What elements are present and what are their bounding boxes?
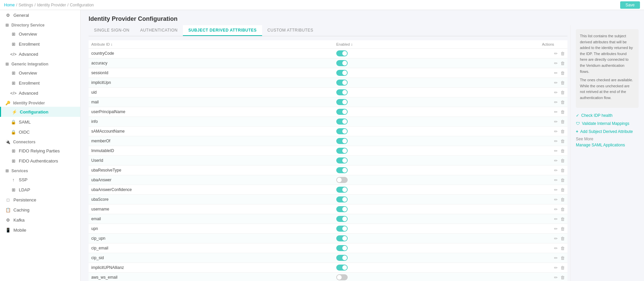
toggle-switch[interactable] xyxy=(336,216,348,222)
sidebar-item-caching[interactable]: 📋 Caching xyxy=(0,205,80,215)
delete-icon[interactable]: 🗑 xyxy=(560,61,565,66)
toggle-switch[interactable] xyxy=(336,265,348,271)
edit-icon[interactable]: ✏ xyxy=(554,51,558,56)
edit-icon[interactable]: ✏ xyxy=(554,265,558,270)
sidebar-item-fido-auth[interactable]: ⊞ FIDO Authenticators xyxy=(0,156,80,166)
add-subject-derived-attribute-link[interactable]: + Add Subject Derived Attribute xyxy=(576,129,639,134)
delete-icon[interactable]: 🗑 xyxy=(560,100,565,105)
toggle-switch[interactable] xyxy=(336,138,348,144)
toggle-switch[interactable] xyxy=(336,119,348,125)
sidebar-item-persistence[interactable]: □ Persistence xyxy=(0,195,80,205)
edit-icon[interactable]: ✏ xyxy=(554,246,558,251)
edit-icon[interactable]: ✏ xyxy=(554,197,558,202)
toggle-switch[interactable] xyxy=(336,50,348,56)
delete-icon[interactable]: 🗑 xyxy=(560,158,565,163)
toggle-switch[interactable] xyxy=(336,70,348,76)
sidebar-item-kafka[interactable]: ⚙ Kafka xyxy=(0,215,80,225)
edit-icon[interactable]: ✏ xyxy=(554,236,558,241)
sidebar-item-ds-advanced[interactable]: </> Advanced xyxy=(0,49,80,59)
delete-icon[interactable]: 🗑 xyxy=(560,168,565,173)
toggle-switch[interactable] xyxy=(336,167,348,173)
delete-icon[interactable]: 🗑 xyxy=(560,129,565,134)
toggle-switch[interactable] xyxy=(336,128,348,134)
sidebar-item-ds-overview[interactable]: ⊞ Overview xyxy=(0,29,80,39)
toggle-switch[interactable] xyxy=(336,235,348,241)
sidebar-item-gi-advanced[interactable]: </> Advanced xyxy=(0,88,80,98)
edit-icon[interactable]: ✏ xyxy=(554,119,558,124)
toggle-switch[interactable] xyxy=(336,255,348,261)
delete-icon[interactable]: 🗑 xyxy=(560,139,565,144)
delete-icon[interactable]: 🗑 xyxy=(560,197,565,202)
toggle-switch[interactable] xyxy=(336,148,348,154)
validate-internal-mappings-link[interactable]: 🛡 Validate Internal Mappings xyxy=(576,121,639,126)
delete-icon[interactable]: 🗑 xyxy=(560,51,565,56)
toggle-switch[interactable] xyxy=(336,274,348,280)
edit-icon[interactable]: ✏ xyxy=(554,217,558,222)
sidebar-item-idp-configuration[interactable]: ⚡ Configuration xyxy=(0,107,80,117)
delete-icon[interactable]: 🗑 xyxy=(560,207,565,212)
delete-icon[interactable]: 🗑 xyxy=(560,178,565,183)
tab-authentication[interactable]: AUTHENTICATION xyxy=(135,25,183,36)
delete-icon[interactable]: 🗑 xyxy=(560,119,565,124)
delete-icon[interactable]: 🗑 xyxy=(560,246,565,251)
toggle-switch[interactable] xyxy=(336,206,348,212)
breadcrumb-home[interactable]: Home xyxy=(4,3,15,7)
delete-icon[interactable]: 🗑 xyxy=(560,255,565,261)
edit-icon[interactable]: ✏ xyxy=(554,226,558,231)
toggle-switch[interactable] xyxy=(336,177,348,183)
toggle-switch[interactable] xyxy=(336,157,348,163)
delete-icon[interactable]: 🗑 xyxy=(560,217,565,222)
edit-icon[interactable]: ✏ xyxy=(554,168,558,173)
sidebar-item-ssp[interactable]: ↑ SSP xyxy=(0,175,80,185)
toggle-switch[interactable] xyxy=(336,89,348,95)
sidebar-item-ds-enrollment[interactable]: ⊞ Enrollment xyxy=(0,39,80,49)
delete-icon[interactable]: 🗑 xyxy=(560,265,565,270)
toggle-switch[interactable] xyxy=(336,245,348,251)
delete-icon[interactable]: 🗑 xyxy=(560,226,565,231)
toggle-switch[interactable] xyxy=(336,99,348,105)
edit-icon[interactable]: ✏ xyxy=(554,90,558,95)
tab-sso[interactable]: SINGLE SIGN-ON xyxy=(89,25,135,36)
edit-icon[interactable]: ✏ xyxy=(554,109,558,114)
edit-icon[interactable]: ✏ xyxy=(554,129,558,134)
manage-saml-link[interactable]: Manage SAML Applications xyxy=(576,143,639,147)
edit-icon[interactable]: ✏ xyxy=(554,80,558,85)
edit-icon[interactable]: ✏ xyxy=(554,158,558,163)
delete-icon[interactable]: 🗑 xyxy=(560,109,565,114)
edit-icon[interactable]: ✏ xyxy=(554,187,558,192)
delete-icon[interactable]: 🗑 xyxy=(560,148,565,153)
delete-icon[interactable]: 🗑 xyxy=(560,275,565,280)
toggle-switch[interactable] xyxy=(336,196,348,202)
sidebar-item-idp-oidc[interactable]: 🔒 OIDC xyxy=(0,127,80,137)
toggle-switch[interactable] xyxy=(336,109,348,115)
sidebar-item-ldap[interactable]: ⊞ LDAP xyxy=(0,185,80,195)
edit-icon[interactable]: ✏ xyxy=(554,275,558,280)
tab-custom-attributes[interactable]: CUSTOM ATTRIBUTES xyxy=(262,25,319,36)
save-button[interactable]: Save xyxy=(620,1,640,9)
edit-icon[interactable]: ✏ xyxy=(554,207,558,212)
sidebar-item-mobile[interactable]: 📱 Mobile xyxy=(0,225,80,235)
sidebar-item-gi-overview[interactable]: ⊞ Overview xyxy=(0,68,80,78)
check-idp-health-link[interactable]: ✓ Check IDP health xyxy=(576,113,639,118)
edit-icon[interactable]: ✏ xyxy=(554,178,558,183)
toggle-switch[interactable] xyxy=(336,80,348,86)
edit-icon[interactable]: ✏ xyxy=(554,255,558,261)
toggle-switch[interactable] xyxy=(336,60,348,66)
sidebar-item-general[interactable]: ⚙ General xyxy=(0,10,80,20)
sidebar-item-fido-rp[interactable]: ⊞ FIDO Relying Parties xyxy=(0,146,80,156)
toggle-switch[interactable] xyxy=(336,226,348,232)
edit-icon[interactable]: ✏ xyxy=(554,139,558,144)
delete-icon[interactable]: 🗑 xyxy=(560,187,565,192)
edit-icon[interactable]: ✏ xyxy=(554,100,558,105)
tab-subject-derived-attributes[interactable]: SUBJECT DERIVED ATTRIBUTES xyxy=(183,25,262,36)
delete-icon[interactable]: 🗑 xyxy=(560,236,565,241)
sidebar-item-idp-saml[interactable]: 🔒 SAML xyxy=(0,117,80,127)
toggle-switch[interactable] xyxy=(336,187,348,193)
edit-icon[interactable]: ✏ xyxy=(554,61,558,66)
edit-icon[interactable]: ✏ xyxy=(554,71,558,76)
delete-icon[interactable]: 🗑 xyxy=(560,71,565,76)
delete-icon[interactable]: 🗑 xyxy=(560,80,565,85)
delete-icon[interactable]: 🗑 xyxy=(560,90,565,95)
sidebar-item-gi-enrollment[interactable]: ⊞ Enrollment xyxy=(0,78,80,88)
edit-icon[interactable]: ✏ xyxy=(554,148,558,153)
